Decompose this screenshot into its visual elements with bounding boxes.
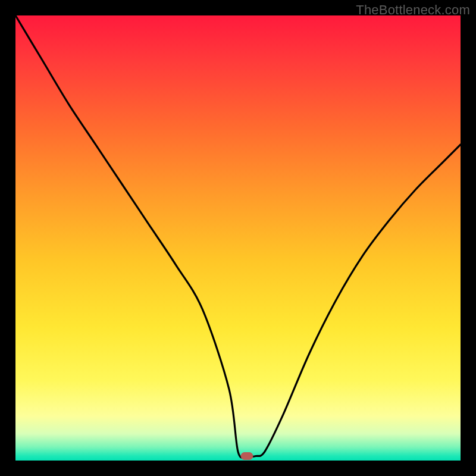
watermark-text: TheBottleneck.com bbox=[356, 2, 470, 18]
bottleneck-curve bbox=[15, 15, 461, 461]
curve-path bbox=[15, 15, 461, 458]
chart-frame: TheBottleneck.com bbox=[0, 0, 476, 476]
minimum-marker bbox=[241, 453, 253, 460]
plot-area bbox=[15, 15, 461, 461]
